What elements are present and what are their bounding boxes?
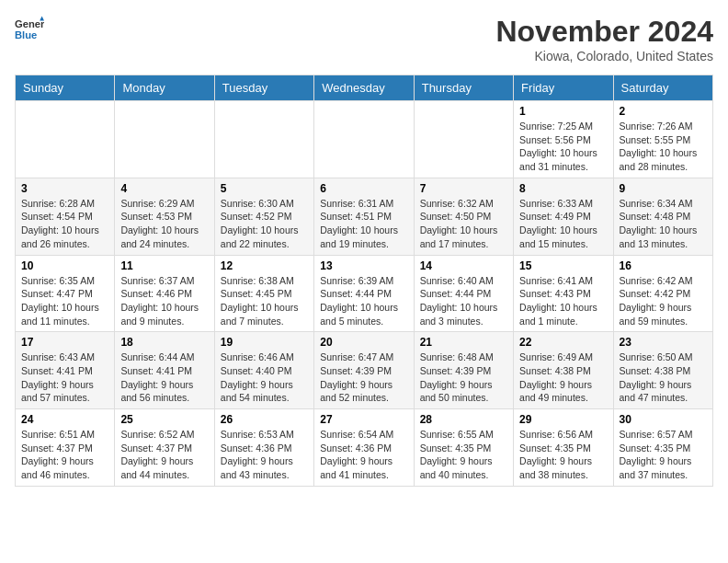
calendar-week-3: 10Sunrise: 6:35 AM Sunset: 4:47 PM Dayli… bbox=[16, 255, 713, 332]
day-info: Sunrise: 6:54 AM Sunset: 4:36 PM Dayligh… bbox=[320, 428, 407, 482]
day-info: Sunrise: 6:28 AM Sunset: 4:54 PM Dayligh… bbox=[21, 197, 108, 251]
day-info: Sunrise: 6:42 AM Sunset: 4:42 PM Dayligh… bbox=[620, 274, 707, 328]
calendar-week-4: 17Sunrise: 6:43 AM Sunset: 4:41 PM Dayli… bbox=[16, 332, 713, 409]
calendar-cell: 5Sunrise: 6:30 AM Sunset: 4:52 PM Daylig… bbox=[214, 178, 313, 255]
calendar-cell: 21Sunrise: 6:48 AM Sunset: 4:39 PM Dayli… bbox=[414, 332, 513, 409]
calendar-cell: 22Sunrise: 6:49 AM Sunset: 4:38 PM Dayli… bbox=[514, 332, 613, 409]
logo: General Blue bbox=[15, 15, 44, 44]
calendar-cell bbox=[314, 101, 414, 178]
day-number: 3 bbox=[21, 182, 108, 195]
day-number: 27 bbox=[320, 413, 407, 426]
day-number: 23 bbox=[620, 336, 707, 349]
day-number: 16 bbox=[620, 259, 707, 272]
day-info: Sunrise: 6:47 AM Sunset: 4:39 PM Dayligh… bbox=[320, 350, 407, 405]
calendar-cell bbox=[115, 101, 214, 178]
title-block: November 2024 Kiowa, Colorado, United St… bbox=[495, 15, 713, 63]
day-info: Sunrise: 6:37 AM Sunset: 4:46 PM Dayligh… bbox=[120, 274, 208, 328]
calendar-cell: 14Sunrise: 6:40 AM Sunset: 4:44 PM Dayli… bbox=[414, 255, 513, 332]
calendar-cell: 19Sunrise: 6:46 AM Sunset: 4:40 PM Dayli… bbox=[214, 332, 313, 409]
day-number: 4 bbox=[120, 182, 208, 195]
day-number: 24 bbox=[21, 413, 108, 426]
day-info: Sunrise: 6:46 AM Sunset: 4:40 PM Dayligh… bbox=[221, 350, 308, 405]
calendar-cell: 6Sunrise: 6:31 AM Sunset: 4:51 PM Daylig… bbox=[314, 178, 414, 255]
calendar-header-row: SundayMondayTuesdayWednesdayThursdayFrid… bbox=[16, 75, 713, 101]
day-info: Sunrise: 6:31 AM Sunset: 4:51 PM Dayligh… bbox=[320, 197, 407, 251]
calendar-cell: 4Sunrise: 6:29 AM Sunset: 4:53 PM Daylig… bbox=[115, 178, 214, 255]
weekday-header-thursday: Thursday bbox=[414, 75, 513, 101]
calendar-week-1: 1Sunrise: 7:25 AM Sunset: 5:56 PM Daylig… bbox=[16, 101, 713, 178]
day-info: Sunrise: 6:41 AM Sunset: 4:43 PM Dayligh… bbox=[519, 274, 607, 328]
day-number: 15 bbox=[519, 259, 607, 272]
day-number: 9 bbox=[620, 182, 707, 195]
calendar-cell: 28Sunrise: 6:55 AM Sunset: 4:35 PM Dayli… bbox=[414, 409, 513, 487]
day-number: 18 bbox=[120, 336, 208, 349]
calendar-cell: 16Sunrise: 6:42 AM Sunset: 4:42 PM Dayli… bbox=[613, 255, 712, 332]
day-info: Sunrise: 6:56 AM Sunset: 4:35 PM Dayligh… bbox=[519, 428, 607, 482]
calendar-cell: 27Sunrise: 6:54 AM Sunset: 4:36 PM Dayli… bbox=[314, 409, 414, 487]
calendar-cell: 15Sunrise: 6:41 AM Sunset: 4:43 PM Dayli… bbox=[514, 255, 613, 332]
day-info: Sunrise: 6:52 AM Sunset: 4:37 PM Dayligh… bbox=[120, 428, 208, 482]
weekday-header-monday: Monday bbox=[115, 75, 214, 101]
weekday-header-tuesday: Tuesday bbox=[214, 75, 313, 101]
day-number: 26 bbox=[221, 413, 308, 426]
day-info: Sunrise: 6:48 AM Sunset: 4:39 PM Dayligh… bbox=[420, 350, 507, 405]
day-number: 19 bbox=[221, 336, 308, 349]
day-number: 30 bbox=[620, 413, 707, 426]
calendar-cell: 12Sunrise: 6:38 AM Sunset: 4:45 PM Dayli… bbox=[214, 255, 313, 332]
day-info: Sunrise: 6:29 AM Sunset: 4:53 PM Dayligh… bbox=[120, 197, 208, 251]
day-info: Sunrise: 6:40 AM Sunset: 4:44 PM Dayligh… bbox=[420, 274, 507, 328]
day-info: Sunrise: 6:38 AM Sunset: 4:45 PM Dayligh… bbox=[221, 274, 308, 328]
day-info: Sunrise: 6:35 AM Sunset: 4:47 PM Dayligh… bbox=[21, 274, 108, 328]
calendar-cell bbox=[414, 101, 513, 178]
day-number: 7 bbox=[420, 182, 507, 195]
day-info: Sunrise: 7:25 AM Sunset: 5:56 PM Dayligh… bbox=[519, 120, 607, 174]
day-number: 13 bbox=[320, 259, 407, 272]
calendar-cell: 2Sunrise: 7:26 AM Sunset: 5:55 PM Daylig… bbox=[613, 101, 712, 178]
day-info: Sunrise: 6:39 AM Sunset: 4:44 PM Dayligh… bbox=[320, 274, 407, 328]
location: Kiowa, Colorado, United States bbox=[495, 49, 713, 63]
day-number: 29 bbox=[519, 413, 607, 426]
day-info: Sunrise: 6:32 AM Sunset: 4:50 PM Dayligh… bbox=[420, 197, 507, 251]
day-number: 6 bbox=[320, 182, 407, 195]
weekday-header-wednesday: Wednesday bbox=[314, 75, 414, 101]
day-info: Sunrise: 6:44 AM Sunset: 4:41 PM Dayligh… bbox=[120, 350, 208, 405]
calendar-cell: 23Sunrise: 6:50 AM Sunset: 4:38 PM Dayli… bbox=[613, 332, 712, 409]
calendar-cell: 25Sunrise: 6:52 AM Sunset: 4:37 PM Dayli… bbox=[115, 409, 214, 487]
calendar-cell: 1Sunrise: 7:25 AM Sunset: 5:56 PM Daylig… bbox=[514, 101, 613, 178]
calendar-week-5: 24Sunrise: 6:51 AM Sunset: 4:37 PM Dayli… bbox=[16, 409, 713, 487]
day-number: 22 bbox=[519, 336, 607, 349]
day-info: Sunrise: 7:26 AM Sunset: 5:55 PM Dayligh… bbox=[620, 120, 707, 174]
calendar-cell bbox=[214, 101, 313, 178]
day-number: 5 bbox=[221, 182, 308, 195]
day-number: 11 bbox=[120, 259, 208, 272]
day-info: Sunrise: 6:30 AM Sunset: 4:52 PM Dayligh… bbox=[221, 197, 308, 251]
calendar-table: SundayMondayTuesdayWednesdayThursdayFrid… bbox=[15, 75, 713, 487]
day-number: 12 bbox=[221, 259, 308, 272]
calendar-cell: 9Sunrise: 6:34 AM Sunset: 4:48 PM Daylig… bbox=[613, 178, 712, 255]
day-number: 1 bbox=[519, 105, 607, 118]
weekday-header-friday: Friday bbox=[514, 75, 613, 101]
weekday-header-sunday: Sunday bbox=[16, 75, 115, 101]
calendar-cell: 17Sunrise: 6:43 AM Sunset: 4:41 PM Dayli… bbox=[16, 332, 115, 409]
day-number: 25 bbox=[120, 413, 208, 426]
day-info: Sunrise: 6:43 AM Sunset: 4:41 PM Dayligh… bbox=[21, 350, 108, 405]
day-number: 28 bbox=[420, 413, 507, 426]
calendar-cell: 7Sunrise: 6:32 AM Sunset: 4:50 PM Daylig… bbox=[414, 178, 513, 255]
calendar-cell: 11Sunrise: 6:37 AM Sunset: 4:46 PM Dayli… bbox=[115, 255, 214, 332]
page-header: General Blue November 2024 Kiowa, Colora… bbox=[15, 15, 713, 63]
logo-icon: General Blue bbox=[15, 15, 44, 44]
calendar-cell: 30Sunrise: 6:57 AM Sunset: 4:35 PM Dayli… bbox=[613, 409, 712, 487]
calendar-cell: 3Sunrise: 6:28 AM Sunset: 4:54 PM Daylig… bbox=[16, 178, 115, 255]
day-number: 2 bbox=[620, 105, 707, 118]
day-number: 20 bbox=[320, 336, 407, 349]
day-info: Sunrise: 6:50 AM Sunset: 4:38 PM Dayligh… bbox=[620, 350, 707, 405]
day-info: Sunrise: 6:49 AM Sunset: 4:38 PM Dayligh… bbox=[519, 350, 607, 405]
month-title: November 2024 bbox=[495, 15, 713, 49]
day-number: 21 bbox=[420, 336, 507, 349]
day-info: Sunrise: 6:51 AM Sunset: 4:37 PM Dayligh… bbox=[21, 428, 108, 482]
day-number: 10 bbox=[21, 259, 108, 272]
svg-text:General: General bbox=[15, 18, 44, 29]
calendar-cell bbox=[16, 101, 115, 178]
calendar-cell: 20Sunrise: 6:47 AM Sunset: 4:39 PM Dayli… bbox=[314, 332, 414, 409]
day-info: Sunrise: 6:57 AM Sunset: 4:35 PM Dayligh… bbox=[620, 428, 707, 482]
